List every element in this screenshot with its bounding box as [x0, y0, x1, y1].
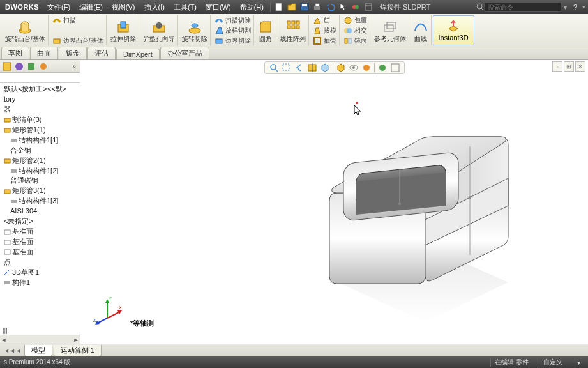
svg-rect-43 [4, 190, 10, 194]
menu-window[interactable]: 窗口(W) [201, 3, 236, 12]
print-icon[interactable] [312, 1, 323, 13]
ribbon-ref-geometry[interactable]: 参考几何体 [372, 15, 409, 45]
shell-button[interactable]: 抽壳 [313, 36, 336, 45]
display-style-icon[interactable] [336, 63, 346, 73]
swept-cut-button[interactable]: 扫描切除 [215, 15, 251, 25]
tree-row[interactable]: tory [3, 95, 80, 105]
menu-insert[interactable]: 插入(I) [140, 3, 169, 12]
tree-tab-feature-icon[interactable] [2, 61, 12, 72]
search-dropdown-icon[interactable]: ▾ [561, 4, 569, 11]
select-icon[interactable] [337, 1, 349, 13]
save-icon[interactable] [299, 1, 310, 13]
tree-row[interactable]: 基准面 [3, 247, 80, 257]
rib-button[interactable]: 筋 [313, 15, 330, 25]
tree-row[interactable]: 矩形管1(1) [3, 125, 80, 135]
tree-row[interactable]: 割清单(3) [3, 115, 80, 125]
tree-row[interactable]: 默认<按加工><<默> [3, 84, 80, 95]
ribbon-extrude-cut[interactable]: 拉伸切除 [108, 15, 139, 45]
view-orient-icon[interactable] [320, 63, 330, 73]
tab-surface[interactable]: 曲面 [30, 47, 58, 59]
tree-row[interactable]: 点 [3, 257, 80, 268]
tree-expand-icon[interactable]: » [70, 63, 78, 70]
view-orientation-label: 等轴测 [130, 319, 154, 328]
svg-rect-45 [4, 230, 10, 234]
revolve-cut-icon [187, 19, 202, 34]
svg-line-50 [275, 69, 278, 72]
tree-row[interactable]: 基准面 [3, 227, 80, 237]
tab-evaluate[interactable]: 评估 [87, 47, 116, 59]
tab-nav-prev-icon[interactable]: ◄ [14, 348, 23, 354]
view-settings-icon[interactable] [390, 63, 400, 73]
tree-row[interactable]: 普通碳钢 [3, 176, 80, 186]
loft-cut-button[interactable]: 放样切割 [215, 26, 251, 35]
draft-button[interactable]: 拔模 [313, 26, 336, 35]
tree-row[interactable]: 结构构件1[1] [3, 135, 80, 146]
bottom-tab-motion[interactable]: 运动算例 1 [54, 345, 102, 356]
ribbon-fillet[interactable]: 圆角 [255, 15, 276, 45]
tree-tab-config-icon[interactable] [26, 61, 36, 72]
zoom-fit-icon[interactable] [269, 63, 279, 73]
viewport-close-icon[interactable]: × [575, 61, 585, 72]
tab-sketch[interactable]: 草图 [1, 47, 29, 59]
open-icon[interactable] [286, 1, 298, 13]
tree-row[interactable]: 器 [3, 105, 80, 115]
section-view-icon[interactable] [307, 63, 317, 73]
tab-sheetmetal[interactable]: 钣金 [59, 47, 87, 59]
ribbon-revolve-cut[interactable]: 旋转切除 [179, 15, 211, 45]
prev-view-icon[interactable] [294, 63, 305, 73]
tree-row[interactable]: 合金钢 [3, 146, 80, 156]
status-custom[interactable]: 自定义 [539, 358, 566, 367]
ribbon-boss-base[interactable]: 旋转凸台/基体 [3, 15, 49, 45]
bottom-tab-model[interactable]: 模型 [24, 345, 52, 356]
ribbon-hole-wizard[interactable]: 异型孔向导 [140, 15, 178, 45]
help-button[interactable]: ? [569, 3, 581, 11]
rebuild-icon[interactable] [350, 1, 361, 13]
intersect-button[interactable]: 相交 [343, 26, 367, 35]
menu-view[interactable]: 视图(V) [107, 3, 140, 12]
tree-row[interactable]: 矩形管3(1) [3, 186, 80, 196]
tree-h-scrollbar[interactable]: ◄► [0, 335, 80, 344]
tab-dimxpert[interactable]: DimXpert [116, 49, 160, 59]
new-icon[interactable] [273, 1, 285, 13]
search-input[interactable] [485, 2, 561, 12]
status-dropdown-icon[interactable]: ▾ [573, 359, 584, 366]
menu-file[interactable]: 文件(F) [43, 3, 75, 12]
instant3d-button[interactable]: Instant3D [433, 15, 474, 45]
viewport-split-icon[interactable]: ⊞ [564, 61, 574, 72]
tree-row[interactable]: 矩形管2(1) [3, 156, 80, 166]
graphics-viewport[interactable]: ▫ ⊞ × [80, 60, 588, 344]
tree-row[interactable]: 3D草图1 [3, 268, 80, 278]
tree-row[interactable]: 结构构件1[2] [3, 166, 80, 176]
tree-filter[interactable] [0, 73, 80, 83]
wrap-button[interactable]: 包覆 [343, 15, 367, 25]
tree-tab-display-icon[interactable] [38, 61, 49, 72]
ribbon-linear-pattern[interactable]: 线性阵列 [278, 15, 309, 45]
help-dropdown-icon[interactable]: ▾ [581, 4, 587, 10]
tree-row[interactable]: 结构构件1[3] [3, 196, 80, 206]
hide-show-icon[interactable] [349, 63, 359, 73]
sweep-button[interactable]: 扫描 [52, 15, 76, 25]
tree-row[interactable]: 基准面 [3, 237, 80, 247]
orientation-triad[interactable]: Y X Z [92, 294, 123, 325]
tree-row[interactable]: 构件1 [3, 278, 80, 288]
menu-tools[interactable]: 工具(T) [169, 3, 201, 12]
tree-row[interactable]: AISI 304 [3, 206, 80, 217]
model-3d[interactable] [298, 118, 527, 322]
tab-nav-first-icon[interactable]: ◄◄ [4, 348, 13, 354]
ribbon-curves[interactable]: 曲线 [411, 15, 432, 45]
zoom-area-icon[interactable] [282, 63, 292, 73]
tree-tab-property-icon[interactable] [14, 61, 24, 72]
options-icon[interactable] [363, 1, 374, 13]
edit-appearance-icon[interactable] [361, 63, 372, 73]
boundary-boss-button[interactable]: 边界凸台/基体 [52, 36, 103, 45]
viewport-single-icon[interactable]: ▫ [552, 61, 562, 72]
mirror-button[interactable]: 镜向 [343, 36, 367, 45]
tree-row[interactable]: <未指定> [3, 217, 80, 227]
tab-office[interactable]: 办公室产品 [160, 47, 209, 59]
menu-help[interactable]: 帮助(H) [236, 3, 268, 12]
scene-icon[interactable] [377, 63, 388, 73]
undo-icon[interactable] [324, 1, 336, 13]
boundary-cut-button[interactable]: 边界切除 [215, 36, 251, 45]
menu-edit[interactable]: 编辑(E) [75, 3, 107, 12]
svg-rect-26 [314, 38, 320, 44]
